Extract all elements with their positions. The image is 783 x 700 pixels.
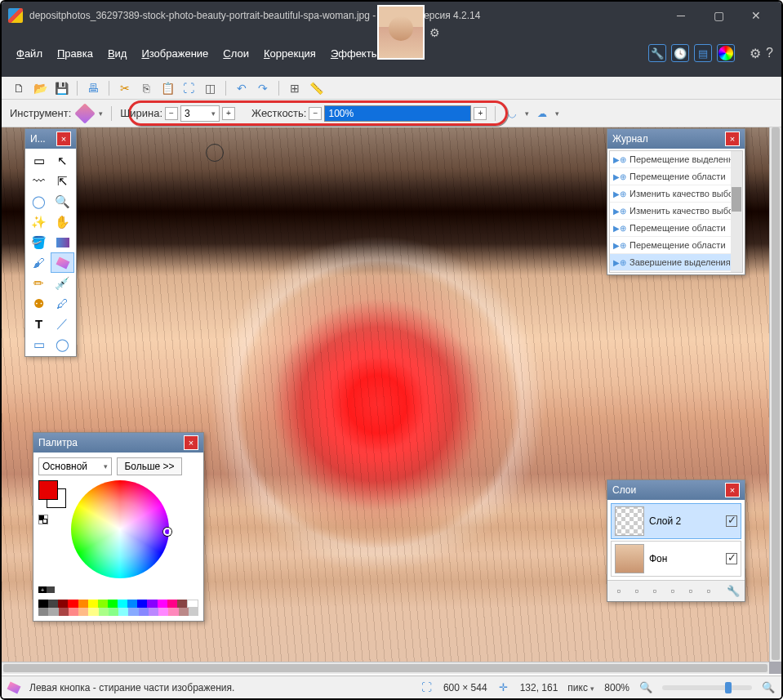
history-item[interactable]: ▶⊕Перемещение области	[610, 168, 742, 185]
delete-layer-button[interactable]: ▫	[629, 583, 645, 600]
paste-icon[interactable]: 📋	[158, 79, 176, 97]
zoom-slider[interactable]	[662, 685, 752, 690]
undo-icon[interactable]: ↶	[233, 79, 251, 97]
hardness-input[interactable]: 100%	[324, 105, 471, 122]
current-tool-icon[interactable]	[75, 103, 96, 123]
recolor-tool[interactable]: 🖊	[51, 293, 74, 314]
width-dropdown-icon[interactable]: ▾	[211, 109, 216, 118]
color-mode-select[interactable]: Основной ▾	[38, 457, 112, 475]
add-layer-button[interactable]: ▫	[611, 583, 627, 600]
vertical-scrollbar[interactable]	[769, 126, 781, 662]
copy-icon[interactable]: ⎘	[137, 79, 155, 97]
hardness-increase-button[interactable]: +	[474, 107, 487, 120]
menu-effects[interactable]: Эффекты	[324, 44, 385, 63]
clone-stamp-tool[interactable]: ⚉	[27, 293, 51, 314]
grid-icon[interactable]: ⊞	[286, 79, 304, 97]
history-item[interactable]: ▶⊕Изменить качество выбора	[610, 203, 742, 220]
move-down-button[interactable]: ▫	[701, 583, 717, 600]
ruler-icon[interactable]: 📏	[307, 79, 325, 97]
settings-icon[interactable]: ⚙	[750, 46, 761, 61]
antialias-icon[interactable]: ◡	[504, 105, 520, 122]
duplicate-layer-button[interactable]: ▫	[647, 583, 663, 600]
palette-row-1[interactable]	[38, 600, 198, 608]
ellipse-select-tool[interactable]: ◯	[27, 191, 51, 212]
layer-visibility-checkbox[interactable]	[726, 553, 737, 564]
history-item[interactable]: ▶⊕Завершение выделения▾	[610, 254, 742, 271]
history-item[interactable]: ▶⊕Перемещение выделенной области	[610, 151, 742, 168]
layer-properties-button[interactable]: 🔧	[725, 583, 741, 600]
blend-mode-icon[interactable]: ☁	[534, 105, 550, 122]
units-dropdown[interactable]: пикс ▾	[567, 682, 594, 693]
palette-add-row[interactable]: +	[38, 586, 198, 600]
history-panel-close[interactable]: ×	[725, 132, 740, 146]
color-picker-tool[interactable]: 💉	[51, 273, 74, 293]
line-tool[interactable]: ／	[51, 314, 74, 334]
palette-panel-close[interactable]: ×	[184, 435, 198, 450]
merge-down-button[interactable]: ▫	[665, 583, 681, 600]
move-up-button[interactable]: ▫	[683, 583, 699, 600]
menu-view[interactable]: Вид	[101, 44, 134, 63]
lasso-tool[interactable]: 〰	[27, 171, 51, 191]
colors-window-toggle[interactable]	[717, 44, 735, 62]
magic-wand-tool[interactable]: ✨	[27, 212, 51, 232]
zoom-tool[interactable]: 🔍	[51, 191, 74, 212]
save-file-icon[interactable]: 💾	[52, 79, 70, 97]
menu-correction[interactable]: Коррекция	[257, 44, 323, 63]
history-item[interactable]: ▶⊕Перемещение области	[610, 237, 742, 254]
history-panel-header[interactable]: Журнал ×	[607, 129, 745, 149]
text-tool[interactable]: T	[27, 314, 51, 334]
gradient-tool[interactable]	[51, 232, 74, 252]
menu-file[interactable]: Файл	[10, 44, 49, 63]
history-window-toggle[interactable]: 🕓	[671, 44, 689, 62]
layers-panel-header[interactable]: Слои ×	[607, 480, 745, 500]
palette-panel-header[interactable]: Палитра ×	[33, 433, 203, 453]
pan-tool[interactable]: ✋	[51, 212, 74, 232]
close-button[interactable]: ✕	[737, 2, 775, 29]
help-icon[interactable]: ?	[766, 46, 773, 60]
palette-row-2[interactable]	[38, 608, 198, 616]
layers-window-toggle[interactable]: ▤	[694, 44, 712, 62]
history-scrollbar[interactable]	[731, 151, 742, 272]
move-selection-tool[interactable]: ⇱	[51, 171, 74, 191]
color-wheel-handle[interactable]	[163, 528, 171, 536]
width-increase-button[interactable]: +	[222, 107, 235, 120]
zoom-out-icon[interactable]: 🔍	[639, 681, 652, 694]
rectangle-select-tool[interactable]: ▭	[27, 150, 51, 171]
shapes-tool[interactable]: ◯	[51, 334, 74, 354]
crop-icon[interactable]: ⛶	[180, 79, 198, 97]
cut-icon[interactable]: ✂	[116, 79, 134, 97]
history-item[interactable]: ▶⊕Изменить качество выбора	[610, 185, 742, 203]
print-icon[interactable]: 🖶	[84, 79, 102, 97]
paintbrush-tool[interactable]: 🖌	[27, 252, 51, 273]
tools-panel-close[interactable]: ×	[56, 132, 71, 146]
tools-panel-header[interactable]: И... ×	[25, 129, 76, 149]
eraser-tool[interactable]	[51, 252, 74, 273]
width-decrease-button[interactable]: −	[165, 107, 178, 120]
menu-edit[interactable]: Правка	[51, 44, 100, 63]
deselect-icon[interactable]: ◫	[201, 79, 219, 97]
maximize-button[interactable]: ▢	[700, 2, 737, 29]
history-item[interactable]: ▶⊕Перемещение области	[610, 220, 742, 237]
color-wheel[interactable]	[71, 480, 169, 578]
open-file-icon[interactable]: 📂	[31, 79, 49, 97]
more-button[interactable]: Больше >>	[117, 457, 182, 475]
layer-row[interactable]: Фон	[611, 541, 741, 577]
layers-panel-close[interactable]: ×	[725, 483, 740, 497]
layer-visibility-checkbox[interactable]	[726, 515, 737, 527]
redo-icon[interactable]: ↷	[254, 79, 272, 97]
tools-window-toggle[interactable]: 🔧	[648, 44, 666, 62]
menu-image[interactable]: Изображение	[135, 44, 215, 63]
minimize-button[interactable]: ─	[662, 2, 700, 29]
paint-bucket-tool[interactable]: 🪣	[27, 232, 51, 252]
history-list[interactable]: ▶⊕Перемещение выделенной области ▶⊕Перем…	[609, 150, 743, 273]
width-input[interactable]: 3 ▾	[180, 105, 220, 122]
thumbnail-settings-icon[interactable]: ⚙	[429, 26, 440, 39]
primary-color-swatch[interactable]	[38, 480, 58, 500]
new-file-icon[interactable]: 🗋	[10, 79, 28, 97]
tool-dropdown-icon[interactable]: ▾	[99, 109, 103, 118]
document-thumbnail[interactable]	[377, 5, 425, 60]
reset-colors[interactable]	[38, 515, 48, 524]
move-tool[interactable]: ↖	[51, 150, 74, 171]
layer-row[interactable]: Слой 2	[611, 503, 741, 539]
horizontal-scrollbar[interactable]	[2, 662, 769, 674]
